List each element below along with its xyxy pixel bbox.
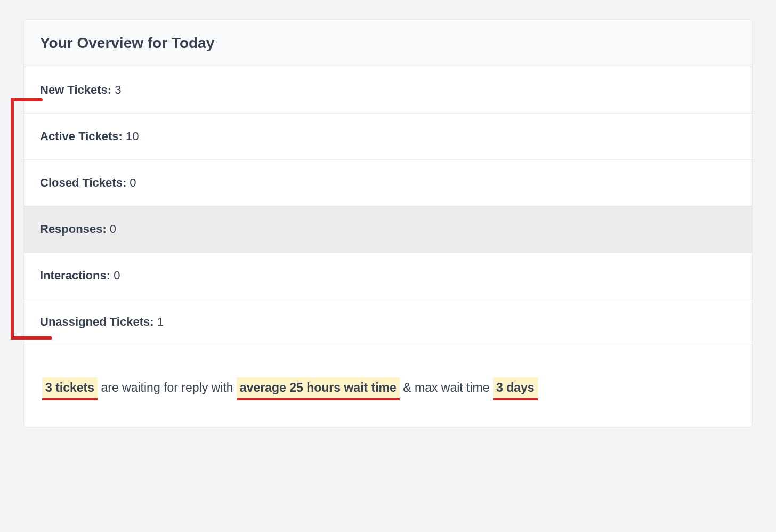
stat-active-tickets[interactable]: Active Tickets: 10: [24, 114, 752, 160]
stat-value: 0: [110, 222, 116, 236]
stat-label: Interactions:: [40, 269, 110, 282]
stat-label: Closed Tickets:: [40, 176, 126, 189]
stat-unassigned-tickets[interactable]: Unassigned Tickets: 1: [24, 299, 752, 345]
stat-label: Unassigned Tickets:: [40, 315, 154, 328]
stat-value: 0: [114, 269, 120, 282]
overview-card: Your Overview for Today New Tickets: 3 A…: [23, 19, 753, 428]
summary-highlight-max-wait: 3 days: [493, 377, 538, 400]
stat-value: 3: [115, 83, 121, 96]
card-header: Your Overview for Today: [24, 20, 752, 67]
stat-label: Responses:: [40, 222, 107, 236]
stat-value: 10: [126, 130, 139, 143]
stat-label: New Tickets:: [40, 83, 111, 96]
stat-value: 1: [157, 315, 164, 328]
stat-label: Active Tickets:: [40, 130, 123, 143]
summary-highlight-avg-wait: average 25 hours wait time: [237, 377, 400, 400]
summary-highlight-tickets: 3 tickets: [42, 377, 98, 400]
stat-value: 0: [130, 176, 136, 189]
summary-text-2: & max wait time: [400, 381, 493, 394]
stat-new-tickets[interactable]: New Tickets: 3: [24, 67, 752, 114]
stat-closed-tickets[interactable]: Closed Tickets: 0: [24, 160, 752, 206]
stat-interactions[interactable]: Interactions: 0: [24, 253, 752, 299]
card-title: Your Overview for Today: [40, 35, 736, 52]
summary-text: 3 tickets are waiting for reply with ave…: [24, 345, 752, 427]
stat-responses[interactable]: Responses: 0: [24, 206, 752, 253]
summary-text-1: are waiting for reply with: [98, 381, 237, 394]
